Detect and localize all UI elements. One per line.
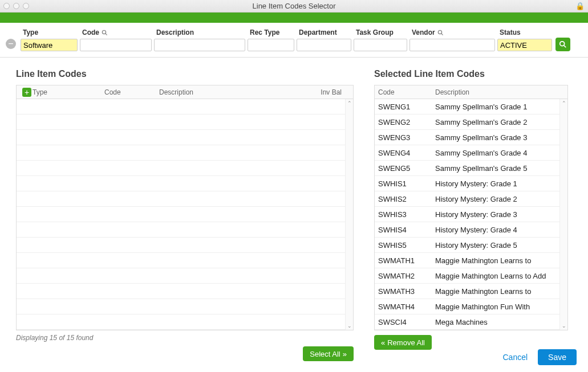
table-row[interactable] xyxy=(17,284,353,299)
left-panel-title: Line Item Codes xyxy=(16,69,354,79)
table-row[interactable]: SWHIS2History Mystery: Grade 2 xyxy=(375,191,567,207)
filter-input-taskgroup[interactable] xyxy=(354,39,407,51)
cell-code: SWMATH2 xyxy=(375,272,432,280)
select-all-button[interactable]: Select All » xyxy=(303,346,354,361)
table-row[interactable] xyxy=(17,176,353,191)
table-row[interactable] xyxy=(17,314,353,330)
window-title-bar: Line Item Codes Selector 🔒 xyxy=(0,0,588,13)
cell-code: SWHIS4 xyxy=(375,226,432,234)
table-row[interactable] xyxy=(17,299,353,314)
filter-label-code: Code xyxy=(80,26,152,39)
save-button[interactable]: Save xyxy=(538,349,577,365)
table-row[interactable] xyxy=(17,268,353,284)
table-row[interactable] xyxy=(17,207,353,222)
svg-line-1 xyxy=(106,33,107,35)
svg-point-2 xyxy=(438,30,441,34)
table-row[interactable]: SWMATH3Maggie Mathington Learns to xyxy=(375,284,567,299)
table-row[interactable] xyxy=(17,191,353,207)
left-th-code[interactable]: Code xyxy=(101,88,156,96)
table-row[interactable] xyxy=(17,238,353,253)
table-row[interactable]: SWHIS5History Mystery: Grade 5 xyxy=(375,238,567,253)
filter-label-department: Department xyxy=(297,26,351,39)
right-table-body: SWENG1Sammy Spellman's Grade 1SWENG2Samm… xyxy=(375,99,567,330)
cell-code: SWHIS2 xyxy=(375,195,432,203)
cell-description: History Mystery: Grade 5 xyxy=(432,241,559,250)
table-row[interactable]: SWENG2Sammy Spellman's Grade 2 xyxy=(375,115,567,130)
table-row[interactable]: SWENG5Sammy Spellman's Grade 5 xyxy=(375,161,567,176)
cell-code: SWENG1 xyxy=(375,103,432,111)
filter-label-vendor-text: Vendor xyxy=(412,28,435,36)
left-th-type[interactable]: Type xyxy=(29,88,101,96)
filter-label-vendor: Vendor xyxy=(409,26,495,39)
table-row[interactable]: SWMATH2Maggie Mathington Learns to Add xyxy=(375,268,567,284)
table-row[interactable]: SWHIS1History Mystery: Grade 1 xyxy=(375,176,567,191)
scrollbar[interactable]: ⌃ ⌄ xyxy=(345,99,353,330)
table-row[interactable] xyxy=(17,145,353,161)
cell-description: History Mystery: Grade 2 xyxy=(432,195,559,203)
filter-input-department[interactable] xyxy=(297,39,351,51)
filter-label-status: Status xyxy=(497,26,552,39)
cell-code: SWENG5 xyxy=(375,164,432,173)
cell-code: SWMATH3 xyxy=(375,287,432,296)
left-status-text: Displaying 15 of 15 found xyxy=(16,334,354,342)
left-th-invbal[interactable]: Inv Bal xyxy=(311,88,345,96)
table-row[interactable]: SWHIS4History Mystery: Grade 4 xyxy=(375,222,567,238)
table-row[interactable]: SWENG3Sammy Spellman's Grade 3 xyxy=(375,130,567,145)
table-row[interactable]: SWMATH4Maggie Mathington Fun With xyxy=(375,299,567,314)
chevron-double-right-icon: » xyxy=(343,350,347,358)
cell-code: SWSCI4 xyxy=(375,318,432,326)
remove-all-button[interactable]: « Remove All xyxy=(374,335,432,350)
cell-code: SWENG4 xyxy=(375,149,432,157)
right-table-header: Code Description xyxy=(375,85,567,99)
left-table-body: ⌃ ⌄ xyxy=(17,99,353,330)
remove-all-label: Remove All xyxy=(387,338,425,347)
chevron-up-icon: ⌃ xyxy=(562,100,566,106)
cell-description: Maggie Mathington Learns to Add xyxy=(432,272,559,280)
filter-label-taskgroup: Task Group xyxy=(354,26,407,39)
right-th-description[interactable]: Description xyxy=(432,88,559,96)
filter-label-code-text: Code xyxy=(82,28,99,36)
table-row[interactable] xyxy=(17,253,353,268)
cell-description: History Mystery: Grade 4 xyxy=(432,226,559,234)
filter-input-vendor[interactable] xyxy=(409,39,495,51)
cell-code: SWMATH1 xyxy=(375,256,432,265)
filter-input-status[interactable] xyxy=(497,39,552,51)
select-all-label: Select All xyxy=(310,350,340,358)
left-th-description[interactable]: Description xyxy=(156,88,311,96)
cell-code: SWHIS5 xyxy=(375,241,432,250)
search-icon xyxy=(437,30,444,36)
cell-description: History Mystery: Grade 3 xyxy=(432,210,559,219)
cancel-button[interactable]: Cancel xyxy=(502,353,528,362)
table-row[interactable] xyxy=(17,115,353,130)
table-row[interactable]: SWHIS3History Mystery: Grade 3 xyxy=(375,207,567,222)
table-row[interactable]: SWENG1Sammy Spellman's Grade 1 xyxy=(375,99,567,115)
filter-label-type: Type xyxy=(21,26,78,39)
remove-filter-row-button[interactable]: − xyxy=(6,39,16,49)
table-row[interactable]: SWMATH1Maggie Mathington Learns to xyxy=(375,253,567,268)
table-row[interactable]: SWENG4Sammy Spellman's Grade 4 xyxy=(375,145,567,161)
cell-description: Sammy Spellman's Grade 2 xyxy=(432,118,559,126)
table-row[interactable] xyxy=(17,130,353,145)
search-button[interactable] xyxy=(555,38,570,51)
filter-input-type[interactable] xyxy=(21,39,78,51)
chevron-down-icon: ⌄ xyxy=(562,323,566,329)
cell-code: SWENG2 xyxy=(375,118,432,126)
right-table: Code Description SWENG1Sammy Spellman's … xyxy=(374,85,568,330)
table-row[interactable] xyxy=(17,222,353,238)
filter-label-description: Description xyxy=(154,26,245,39)
right-th-code[interactable]: Code xyxy=(375,88,432,96)
footer-actions: Cancel Save xyxy=(502,349,577,365)
cell-description: Sammy Spellman's Grade 1 xyxy=(432,103,559,111)
table-row[interactable] xyxy=(17,99,353,115)
svg-line-5 xyxy=(564,46,566,48)
table-row[interactable] xyxy=(17,161,353,176)
svg-point-0 xyxy=(102,30,106,34)
filter-input-rectype[interactable] xyxy=(248,39,294,51)
table-row[interactable]: SWSCI4Mega Machines xyxy=(375,314,567,330)
scrollbar[interactable]: ⌃ ⌄ xyxy=(559,99,567,330)
filter-input-code[interactable] xyxy=(80,39,152,51)
lock-icon: 🔒 xyxy=(575,2,585,10)
filter-input-description[interactable] xyxy=(154,39,245,51)
window-title: Line Item Codes Selector xyxy=(0,2,588,10)
filter-bar: − Type Code Description Rec Type Departm… xyxy=(0,23,588,58)
